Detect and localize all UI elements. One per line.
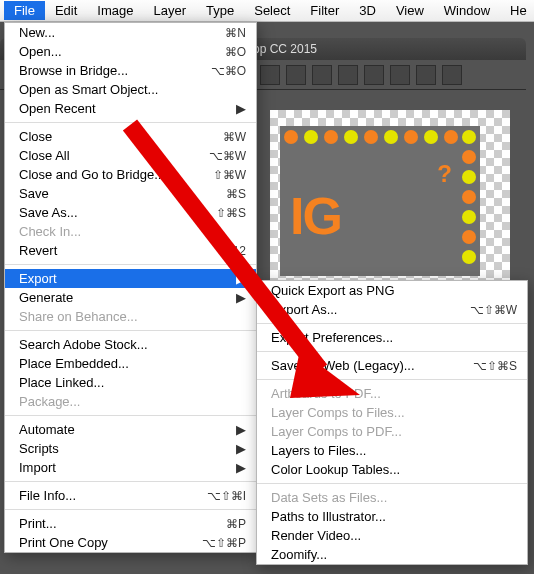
export-menu-separator: [257, 323, 527, 324]
export-menu-separator: [257, 483, 527, 484]
export-menu-item-export-preferences[interactable]: Export Preferences...: [257, 328, 527, 347]
export-menu-item-zoomify[interactable]: Zoomify...: [257, 545, 527, 564]
file-menu-item-open[interactable]: Open...⌘O: [5, 42, 256, 61]
submenu-arrow-icon: ▶: [234, 290, 246, 305]
menu-item-shortcut: ⌥⇧⌘W: [470, 303, 517, 317]
menu-item-label: Save As...: [19, 205, 208, 220]
align-btn-2[interactable]: [286, 65, 306, 85]
file-menu-separator: [5, 264, 256, 265]
file-menu-item-scripts[interactable]: Scripts▶: [5, 439, 256, 458]
menu-type[interactable]: Type: [196, 1, 244, 20]
menu-edit[interactable]: Edit: [45, 1, 87, 20]
file-menu-item-save-as[interactable]: Save As...⇧⌘S: [5, 203, 256, 222]
menu-item-label: Open...: [19, 44, 208, 59]
menu-help[interactable]: He: [500, 1, 534, 20]
menu-item-shortcut: ⌘O: [208, 45, 246, 59]
file-menu-separator: [5, 122, 256, 123]
submenu-arrow-icon: ▶: [234, 271, 246, 286]
menu-item-label: Paths to Illustrator...: [271, 509, 517, 524]
file-menu-item-open-as-smart-object[interactable]: Open as Smart Object...: [5, 80, 256, 99]
menu-item-label: Place Embedded...: [19, 356, 246, 371]
menu-item-label: Artboards to PDF...: [271, 386, 517, 401]
file-menu-item-browse-in-bridge[interactable]: Browse in Bridge...⌥⌘O: [5, 61, 256, 80]
export-menu-item-quick-export-as-png[interactable]: Quick Export as PNG: [257, 281, 527, 300]
menu-item-label: Export As...: [271, 302, 470, 317]
file-menu-item-close-all[interactable]: Close All⌥⌘W: [5, 146, 256, 165]
menu-item-shortcut: ⌥⇧⌘I: [207, 489, 246, 503]
file-menu-item-package: Package...: [5, 392, 256, 411]
menu-item-label: Layer Comps to Files...: [271, 405, 517, 420]
menu-item-shortcut: ⌥⇧⌘P: [202, 536, 246, 550]
menu-item-label: Check In...: [19, 224, 246, 239]
align-btn-4[interactable]: [338, 65, 358, 85]
file-menu-item-import[interactable]: Import▶: [5, 458, 256, 477]
menu-3d[interactable]: 3D: [349, 1, 386, 20]
file-menu-separator: [5, 330, 256, 331]
document-canvas[interactable]: IG ?: [270, 110, 510, 290]
menu-item-label: Close All: [19, 148, 208, 163]
file-menu-item-search-adobe-stock[interactable]: Search Adobe Stock...: [5, 335, 256, 354]
menu-window[interactable]: Window: [434, 1, 500, 20]
export-menu-item-paths-to-illustrator[interactable]: Paths to Illustrator...: [257, 507, 527, 526]
menu-file[interactable]: File: [4, 1, 45, 20]
file-menu-item-open-recent[interactable]: Open Recent▶: [5, 99, 256, 118]
menu-item-label: Browse in Bridge...: [19, 63, 208, 78]
file-menu-item-generate[interactable]: Generate▶: [5, 288, 256, 307]
menu-layer[interactable]: Layer: [144, 1, 197, 20]
menu-item-label: Share on Behance...: [19, 309, 246, 324]
file-menu-item-close-and-go-to-bridge[interactable]: Close and Go to Bridge...⇧⌘W: [5, 165, 256, 184]
artwork-question: ?: [437, 160, 452, 188]
menu-select[interactable]: Select: [244, 1, 300, 20]
file-menu-item-place-embedded[interactable]: Place Embedded...: [5, 354, 256, 373]
file-menu-item-share-on-behance: Share on Behance...: [5, 307, 256, 326]
file-menu-item-new[interactable]: New...⌘N: [5, 23, 256, 42]
file-menu-item-close[interactable]: Close⌘W: [5, 127, 256, 146]
export-menu-item-save-for-web-legacy[interactable]: Save for Web (Legacy)...⌥⇧⌘S: [257, 356, 527, 375]
menu-filter[interactable]: Filter: [300, 1, 349, 20]
export-menu-item-render-video[interactable]: Render Video...: [257, 526, 527, 545]
align-btn-1[interactable]: [260, 65, 280, 85]
file-menu-item-print[interactable]: Print...⌘P: [5, 514, 256, 533]
file-menu-separator: [5, 481, 256, 482]
file-menu-item-save[interactable]: Save⌘S: [5, 184, 256, 203]
submenu-arrow-icon: ▶: [234, 441, 246, 456]
file-menu-item-place-linked[interactable]: Place Linked...: [5, 373, 256, 392]
menu-item-shortcut: ⌘W: [208, 130, 246, 144]
menu-item-label: Color Lookup Tables...: [271, 462, 517, 477]
menu-item-shortcut: ⌘S: [208, 187, 246, 201]
menu-item-label: New...: [19, 25, 208, 40]
file-menu-item-export[interactable]: Export▶: [5, 269, 256, 288]
menu-view[interactable]: View: [386, 1, 434, 20]
file-menu-item-revert[interactable]: RevertF12: [5, 241, 256, 260]
file-menu-item-automate[interactable]: Automate▶: [5, 420, 256, 439]
file-menu-item-file-info[interactable]: File Info...⌥⇧⌘I: [5, 486, 256, 505]
export-menu-item-color-lookup-tables[interactable]: Color Lookup Tables...: [257, 460, 527, 479]
menu-item-label: Save for Web (Legacy)...: [271, 358, 473, 373]
menu-item-label: Layers to Files...: [271, 443, 517, 458]
menu-item-label: Close and Go to Bridge...: [19, 167, 208, 182]
align-btn-6[interactable]: [390, 65, 410, 85]
file-menu-separator: [5, 415, 256, 416]
menu-item-label: Print One Copy: [19, 535, 202, 550]
align-btn-3[interactable]: [312, 65, 332, 85]
menu-image[interactable]: Image: [87, 1, 143, 20]
menu-item-label: Import: [19, 460, 234, 475]
artwork: IG ?: [280, 126, 480, 276]
menu-item-label: Data Sets as Files...: [271, 490, 517, 505]
menu-item-label: Generate: [19, 290, 234, 305]
align-btn-7[interactable]: [416, 65, 436, 85]
file-menu-item-print-one-copy[interactable]: Print One Copy⌥⇧⌘P: [5, 533, 256, 552]
export-menu-item-export-as[interactable]: Export As...⌥⇧⌘W: [257, 300, 527, 319]
export-menu-item-layers-to-files[interactable]: Layers to Files...: [257, 441, 527, 460]
menu-item-label: Revert: [19, 243, 208, 258]
menu-item-label: Export Preferences...: [271, 330, 517, 345]
export-menu-item-artboards-to-pdf: Artboards to PDF...: [257, 384, 527, 403]
submenu-arrow-icon: ▶: [234, 101, 246, 116]
menu-item-label: File Info...: [19, 488, 207, 503]
menu-item-shortcut: ⇧⌘S: [208, 206, 246, 220]
align-btn-5[interactable]: [364, 65, 384, 85]
menu-item-shortcut: ⌥⌘W: [208, 149, 246, 163]
align-btn-8[interactable]: [442, 65, 462, 85]
menu-item-label: Automate: [19, 422, 234, 437]
file-menu: New...⌘NOpen...⌘OBrowse in Bridge...⌥⌘OO…: [4, 22, 257, 553]
